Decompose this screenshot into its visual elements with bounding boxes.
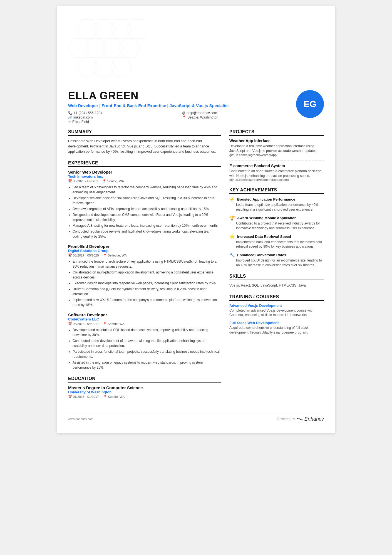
- svg-marker-2: [110, 19, 132, 38]
- calendar-icon-3: 📅: [68, 322, 72, 326]
- svg-marker-4: [68, 38, 90, 57]
- achievement-4-icon: 🔧: [229, 252, 235, 258]
- list-item: Executed design mockups into responsive …: [73, 281, 221, 286]
- job-2-title: Front-End Developer: [68, 244, 221, 249]
- job-3-title: Software Developer: [68, 312, 221, 317]
- powered-by-text: Powered by: [277, 417, 295, 421]
- left-column: SUMMARY Passionate Web Developer with 5+…: [68, 129, 221, 404]
- skills-section: SKILLS Vue.js, React, SQL, JavaScript, H…: [229, 274, 324, 288]
- achievement-2-header: 🏆 Award-Winning Mobile Application: [229, 215, 324, 221]
- contact-extra: ☆ Extra Field: [68, 120, 177, 124]
- linkedin-icon: 🔗: [68, 115, 72, 119]
- achievement-4-title: Enhanced Conversion Rates: [237, 253, 286, 257]
- svg-marker-3: [126, 19, 146, 38]
- svg-marker-8: [76, 57, 99, 76]
- list-item: Designed and developed custom CMS compon…: [73, 212, 221, 222]
- enhancv-icon: [296, 417, 303, 421]
- list-item: Oversaw integration of APIs, improving f…: [73, 206, 221, 211]
- achievement-4-desc: Improved UX/UI design for an e-commerce …: [229, 258, 324, 268]
- edu-meta: 📅 01/2015 - 01/2017 📍 Seattle, WA: [68, 395, 221, 399]
- achievements-section: KEY ACHIEVEMENTS ⚡ Boosted Application P…: [229, 188, 324, 267]
- list-item: Collaborated on multi-platform applicati…: [73, 270, 221, 280]
- training-2-title: Full Stack Web Development: [229, 321, 324, 325]
- phone-icon: 📞: [68, 111, 72, 115]
- job-2-company: Digital Solutions Group: [68, 249, 221, 253]
- project-1-link: github.com/ellagreen/weatherapp: [229, 153, 324, 157]
- job-1-date: 📅 06/2020 - Present: [68, 179, 98, 183]
- edu-location: 📍 Seattle, WA: [103, 395, 125, 399]
- job-1-title: Senior Web Developer: [68, 170, 221, 174]
- summary-section: SUMMARY Passionate Web Developer with 5+…: [68, 129, 221, 154]
- training-1-desc: Completed an advanced Vue.js development…: [229, 308, 324, 318]
- education-title: EDUCATION: [68, 376, 221, 383]
- project-2: E-commerce Backend System Contributed to…: [229, 164, 324, 182]
- training-1-title: Advanced Vue.js Development: [229, 304, 324, 308]
- header-left: ELLA GREEN Web Developer | Front-End & B…: [68, 90, 291, 124]
- svg-marker-10: [110, 57, 132, 76]
- right-column: PROJECTS Weather App Interface Developed…: [229, 129, 324, 404]
- education-section: EDUCATION Master's Degree in Computer Sc…: [68, 376, 221, 399]
- job-1-bullets: Led a team of 5 developers to refactor t…: [68, 185, 221, 239]
- main-content: SUMMARY Passionate Web Developer with 5+…: [68, 129, 324, 404]
- job-3-date: 📅 08/2014 - 04/2017: [68, 322, 99, 326]
- email-icon: @: [182, 111, 185, 115]
- projects-section: PROJECTS Weather App Interface Developed…: [229, 129, 324, 181]
- footer-logo: Powered by Enhancv: [277, 416, 324, 422]
- job-2: Front-End Developer Digital Solutions Gr…: [68, 244, 221, 307]
- achievement-2-title: Award-Winning Mobile Application: [237, 216, 297, 220]
- loc-icon-3: 📍: [103, 322, 107, 326]
- experience-title: EXPERIENCE: [68, 161, 221, 167]
- achievement-1: ⚡ Boosted Application Performance Led a …: [229, 197, 324, 212]
- contact-phone: 📞 +1-(234)-555-1234: [68, 111, 177, 115]
- achievement-3-header: ⭐ Increased Data Retrieval Speed: [229, 234, 324, 239]
- footer-website: www.enhancv.com: [68, 417, 93, 421]
- star-icon: ☆: [68, 120, 71, 124]
- calendar-icon: 📅: [68, 179, 72, 183]
- list-item: Led a team of 5 developers to refactor t…: [73, 185, 221, 195]
- svg-marker-0: [76, 19, 99, 38]
- achievement-1-title: Boosted Application Performance: [237, 197, 295, 201]
- job-1-location: 📍 Seattle, WA: [102, 179, 124, 183]
- summary-text: Passionate Web Developer with 5+ years o…: [68, 139, 221, 154]
- training-section: TRAINING / COURSES Advanced Vue.js Devel…: [229, 294, 324, 335]
- list-item: Assisted in the migration of legacy syst…: [73, 360, 221, 370]
- loc-icon-2: 📍: [103, 253, 107, 257]
- summary-title: SUMMARY: [68, 129, 221, 136]
- skills-text: Vue.js, React, SQL, JavaScript, HTML/CSS…: [229, 283, 324, 288]
- location-icon: 📍: [182, 115, 186, 119]
- project-divider: [229, 161, 324, 161]
- calendar-icon-2: 📅: [68, 253, 72, 257]
- project-1: Weather App Interface Developed a real-t…: [229, 139, 324, 157]
- list-item: Implemented new UX/UI features for the c…: [73, 297, 221, 307]
- job-2-bullets: Enhanced the front-end architecture of k…: [68, 259, 221, 307]
- edu-date: 📅 01/2015 - 01/2017: [68, 395, 99, 399]
- avatar: EG: [296, 90, 324, 118]
- job-3-company: CodeCrafters LLC: [68, 317, 221, 321]
- list-item: Managed A/B testing for new feature roll…: [73, 223, 221, 228]
- skills-title: SKILLS: [229, 274, 324, 280]
- contact-linkedin: 🔗 linkedin.com: [68, 115, 177, 119]
- candidate-name: ELLA GREEN: [68, 90, 291, 102]
- experience-section: EXPERIENCE Senior Web Developer Tech Inn…: [68, 161, 221, 370]
- training-2-desc: Acquired a comprehensive understanding o…: [229, 325, 324, 335]
- degree-title: Master's Degree in Computer Science: [68, 385, 221, 390]
- training-title: TRAINING / COURSES: [229, 294, 324, 301]
- job-3-meta: 📅 08/2014 - 04/2017 📍 Seattle, WA: [68, 322, 221, 326]
- svg-marker-7: [118, 38, 140, 57]
- job-2-date: 📅 05/2017 - 05/2020: [68, 253, 99, 257]
- achievements-title: KEY ACHIEVEMENTS: [229, 188, 324, 194]
- achievement-4: 🔧 Enhanced Conversion Rates Improved UX/…: [229, 252, 324, 268]
- job-1: Senior Web Developer Tech Innovators Inc…: [68, 170, 221, 239]
- achievement-2-icon: 🏆: [229, 215, 235, 221]
- projects-title: PROJECTS: [229, 129, 324, 136]
- job-3-bullets: Developed and maintained SQL-based datab…: [68, 327, 221, 370]
- svg-marker-1: [93, 19, 115, 38]
- training-2: Full Stack Web Development Acquired a co…: [229, 321, 324, 335]
- contact-grid: 📞 +1-(234)-555-1234 @ help@enhancv.com 🔗…: [68, 111, 291, 124]
- list-item: Enhanced the front-end architecture of k…: [73, 259, 221, 269]
- achievement-2: 🏆 Award-Winning Mobile Application Contr…: [229, 215, 324, 231]
- loc-icon: 📍: [102, 179, 106, 183]
- project-1-desc: Developed a real-time weather applicatio…: [229, 144, 324, 153]
- achievement-3-title: Increased Data Retrieval Speed: [237, 235, 291, 239]
- list-item: Developed and maintained SQL-based datab…: [73, 327, 221, 337]
